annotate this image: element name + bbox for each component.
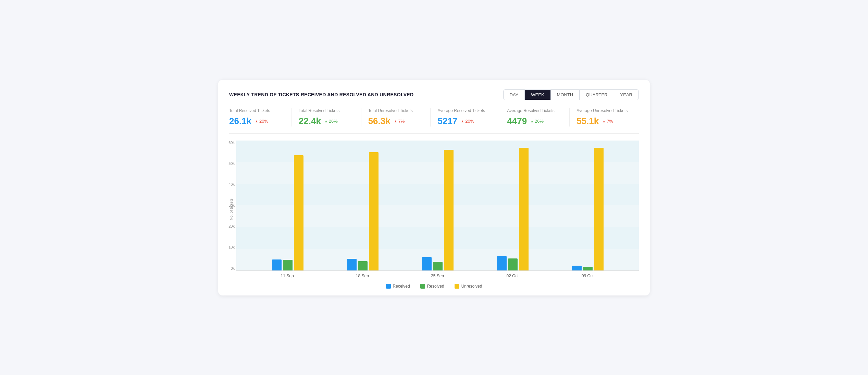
legend-item-resolved: Resolved [420,284,444,289]
metric-total-unresolved: Total Unresolved Tickets 56.3k ▲ 7% [361,108,431,126]
x-label: 09 Oct [550,274,625,278]
metric-change-avg-unresolved: ▲ 7% [602,119,613,124]
metric-row-avg-resolved: 4479 ▲ 26% [507,116,562,126]
chart-legend: Received Resolved Unresolved [229,284,639,289]
metric-label-avg-unresolved: Average Unresolved Tickets [576,108,632,113]
metric-change-total-resolved: ▲ 26% [324,119,338,124]
metric-row-avg-received: 5217 ▲ 20% [437,116,493,126]
metric-total-received: Total Received Tickets 26.1k ▲ 20% [229,108,292,126]
bar-resolved [358,261,368,270]
metric-label-total-resolved: Total Resolved Tickets [299,108,354,113]
chart-area: No. of tickets 0k10k20k30k40k50k60k 11 S… [229,141,639,278]
metric-change-avg-resolved: ▲ 26% [530,119,544,124]
metric-change-total-received: ▲ 20% [255,119,268,124]
metric-value-total-resolved: 22.4k [299,116,321,126]
y-tick: 30k [223,203,235,207]
metric-avg-resolved: Average Resolved Tickets 4479 ▲ 26% [500,108,570,126]
y-tick: 10k [223,245,235,249]
legend-dot-received [386,284,391,289]
x-label: 18 Sep [325,274,400,278]
bar-received [497,256,507,270]
metric-value-avg-resolved: 4479 [507,116,527,126]
grid-bars: 0k10k20k30k40k50k60k [236,141,639,271]
metric-arrow-avg-resolved: ▲ [530,119,534,123]
time-btn-year[interactable]: YEAR [614,90,638,100]
bar-received [422,257,432,270]
time-btn-quarter[interactable]: QUARTER [580,90,614,100]
y-tick: 40k [223,182,235,186]
metric-row-avg-unresolved: 55.1k ▲ 7% [576,116,632,126]
metric-value-total-received: 26.1k [229,116,251,126]
chart-inner: 0k10k20k30k40k50k60k 11 Sep18 Sep25 Sep0… [236,141,639,278]
metrics-row: Total Received Tickets 26.1k ▲ 20% Total… [229,108,639,134]
bar-received [272,259,282,270]
time-btn-month[interactable]: MONTH [551,90,580,100]
bar-group [572,148,604,270]
bar-group [347,152,379,270]
bar-resolved [583,267,593,270]
metric-change-avg-received: ▲ 20% [461,119,474,124]
metric-label-avg-received: Average Received Tickets [437,108,493,113]
legend-item-unresolved: Unresolved [455,284,482,289]
metric-value-avg-received: 5217 [437,116,457,126]
bar-received [572,266,582,270]
legend-label-unresolved: Unresolved [461,284,482,289]
legend-dot-resolved [420,284,425,289]
y-tick: 20k [223,224,235,228]
metric-label-total-unresolved: Total Unresolved Tickets [368,108,424,113]
bars-container [236,141,639,270]
x-labels: 11 Sep18 Sep25 Sep02 Oct09 Oct [236,271,639,278]
metric-avg-unresolved: Average Unresolved Tickets 55.1k ▲ 7% [570,108,639,126]
x-label: 25 Sep [400,274,475,278]
time-btn-day[interactable]: DAY [504,90,525,100]
metric-value-total-unresolved: 56.3k [368,116,390,126]
chart-header: WEEKLY TREND OF TICKETS RECEIVED AND RES… [229,89,639,100]
time-btn-week[interactable]: WEEK [525,90,550,100]
bar-group [422,150,454,270]
metric-row-total-unresolved: 56.3k ▲ 7% [368,116,424,126]
bar-unresolved [444,150,454,270]
legend-label-resolved: Resolved [427,284,444,289]
y-labels: 0k10k20k30k40k50k60k [223,141,235,270]
bar-unresolved [594,148,604,270]
time-filter-group: DAYWEEKMONTHQUARTERYEAR [503,89,639,100]
bar-group [272,155,303,270]
y-tick: 60k [223,141,235,145]
metric-arrow-avg-received: ▲ [461,119,464,123]
metric-arrow-total-resolved: ▲ [324,119,328,123]
bar-unresolved [519,148,529,270]
bar-resolved [283,260,293,270]
legend-item-received: Received [386,284,410,289]
y-tick: 50k [223,161,235,166]
chart-title: WEEKLY TREND OF TICKETS RECEIVED AND RES… [229,92,413,97]
legend-dot-unresolved [455,284,459,289]
chart-card: WEEKLY TREND OF TICKETS RECEIVED AND RES… [218,80,650,295]
metric-value-avg-unresolved: 55.1k [576,116,599,126]
bar-group [497,148,529,270]
metric-arrow-total-received: ▲ [255,119,258,123]
metric-total-resolved: Total Resolved Tickets 22.4k ▲ 26% [292,108,361,126]
bar-received [347,259,357,270]
metric-arrow-total-unresolved: ▲ [394,119,397,123]
bar-resolved [508,258,518,270]
metric-change-total-unresolved: ▲ 7% [394,119,405,124]
metric-label-avg-resolved: Average Resolved Tickets [507,108,562,113]
x-label: 11 Sep [250,274,325,278]
metric-arrow-avg-unresolved: ▲ [602,119,606,123]
bar-unresolved [294,155,303,270]
metric-row-total-resolved: 22.4k ▲ 26% [299,116,354,126]
metric-label-total-received: Total Received Tickets [229,108,285,113]
metric-row-total-received: 26.1k ▲ 20% [229,116,285,126]
bar-resolved [433,262,443,270]
x-label: 02 Oct [475,274,550,278]
y-tick: 0k [223,266,235,270]
bar-unresolved [369,152,379,270]
metric-avg-received: Average Received Tickets 5217 ▲ 20% [431,108,500,126]
legend-label-received: Received [393,284,410,289]
